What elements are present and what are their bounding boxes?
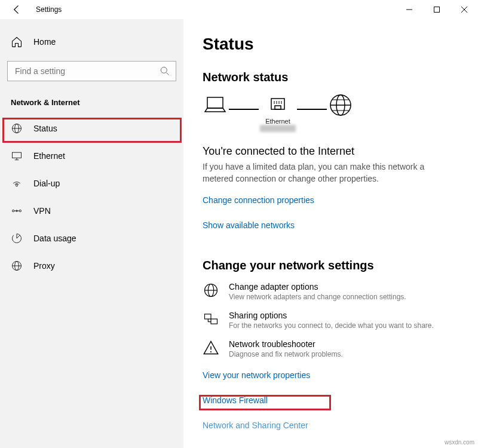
sharing-icon bbox=[203, 311, 219, 327]
option-change-adapter[interactable]: Change adapter options View network adap… bbox=[203, 282, 460, 301]
minimize-icon bbox=[406, 6, 413, 13]
maximize-icon bbox=[433, 6, 440, 13]
arrow-left-icon bbox=[11, 4, 23, 16]
watermark: wsxdn.com bbox=[445, 439, 474, 446]
sidebar-item-label: Dial-up bbox=[33, 179, 60, 188]
option-title: Change adapter options bbox=[229, 282, 406, 291]
sidebar-category: Network & Internet bbox=[7, 93, 176, 114]
titlebar: Settings bbox=[0, 0, 478, 19]
search-icon bbox=[159, 65, 171, 77]
sidebar-home-label: Home bbox=[33, 37, 56, 47]
proxy-icon bbox=[11, 260, 23, 272]
svg-point-14 bbox=[19, 210, 21, 211]
svg-rect-20 bbox=[207, 97, 223, 108]
globe-icon bbox=[11, 122, 23, 134]
connected-body: If you have a limited data plan, you can… bbox=[203, 161, 454, 185]
laptop-icon bbox=[203, 95, 228, 115]
sidebar-item-ethernet[interactable]: Ethernet bbox=[7, 143, 176, 169]
option-title: Sharing options bbox=[229, 311, 434, 320]
connector-line bbox=[229, 109, 259, 110]
sidebar-item-label: Proxy bbox=[33, 261, 55, 271]
search-input[interactable] bbox=[14, 66, 159, 76]
option-desc: View network adapters and change connect… bbox=[229, 293, 406, 301]
sidebar-item-proxy[interactable]: Proxy bbox=[7, 253, 176, 279]
option-desc: For the networks you connect to, decide … bbox=[229, 321, 434, 330]
home-icon bbox=[11, 36, 23, 48]
sidebar-item-label: VPN bbox=[33, 206, 51, 216]
globe-icon bbox=[203, 282, 219, 299]
network-diagram: Ethernet bbox=[203, 93, 460, 134]
window-title: Settings bbox=[36, 5, 62, 14]
network-status-heading: Network status bbox=[203, 70, 460, 84]
search-box[interactable] bbox=[7, 61, 176, 81]
ethernet-name-redacted bbox=[260, 125, 296, 132]
svg-point-12 bbox=[16, 185, 17, 186]
window-controls bbox=[396, 0, 478, 19]
sidebar-item-vpn[interactable]: VPN bbox=[7, 198, 176, 224]
globe-large-icon bbox=[328, 93, 353, 118]
sidebar-item-label: Status bbox=[33, 124, 57, 133]
svg-rect-22 bbox=[275, 106, 281, 109]
svg-rect-34 bbox=[211, 319, 217, 324]
data-usage-icon bbox=[11, 232, 23, 244]
connector-line bbox=[297, 109, 327, 110]
link-network-sharing-center[interactable]: Network and Sharing Center bbox=[203, 421, 308, 430]
minimize-button[interactable] bbox=[396, 0, 423, 19]
sidebar-item-label: Data usage bbox=[33, 234, 76, 243]
link-view-network-properties[interactable]: View your network properties bbox=[203, 370, 310, 380]
svg-point-13 bbox=[13, 210, 14, 211]
connected-heading: You're connected to the Internet bbox=[203, 145, 460, 158]
link-show-available-networks[interactable]: Show available networks bbox=[203, 220, 295, 230]
vpn-icon bbox=[11, 205, 23, 217]
sidebar-home[interactable]: Home bbox=[7, 30, 176, 54]
back-button[interactable] bbox=[8, 1, 25, 18]
option-title: Network troubleshooter bbox=[229, 339, 343, 349]
option-desc: Diagnose and fix network problems. bbox=[229, 350, 343, 358]
ethernet-icon bbox=[268, 95, 288, 115]
svg-rect-21 bbox=[271, 99, 284, 109]
dialup-icon bbox=[11, 177, 23, 189]
sidebar-item-datausage[interactable]: Data usage bbox=[7, 225, 176, 251]
close-button[interactable] bbox=[451, 0, 478, 19]
close-icon bbox=[461, 6, 468, 13]
warning-icon bbox=[203, 339, 219, 356]
content: Status Network status Ethernet You're co… bbox=[183, 19, 478, 448]
svg-point-4 bbox=[161, 67, 167, 73]
page-title: Status bbox=[203, 35, 460, 54]
monitor-icon bbox=[11, 150, 23, 162]
svg-rect-1 bbox=[434, 7, 440, 13]
link-windows-firewall[interactable]: Windows Firewall bbox=[203, 395, 268, 405]
option-sharing[interactable]: Sharing options For the networks you con… bbox=[203, 311, 460, 330]
svg-point-38 bbox=[210, 351, 212, 352]
sidebar-item-label: Ethernet bbox=[33, 151, 65, 161]
link-change-connection-properties[interactable]: Change connection properties bbox=[203, 195, 314, 205]
sidebar-item-status[interactable]: Status bbox=[7, 115, 176, 142]
maximize-button[interactable] bbox=[423, 0, 451, 19]
svg-rect-9 bbox=[13, 152, 22, 158]
sidebar-item-dialup[interactable]: Dial-up bbox=[7, 170, 176, 197]
svg-rect-33 bbox=[205, 314, 212, 319]
ethernet-label: Ethernet bbox=[265, 118, 290, 125]
svg-line-5 bbox=[167, 73, 169, 75]
sidebar: Home Network & Internet Status Ethernet … bbox=[0, 19, 183, 448]
option-troubleshooter[interactable]: Network troubleshooter Diagnose and fix … bbox=[203, 339, 460, 358]
change-settings-heading: Change your network settings bbox=[203, 259, 460, 272]
